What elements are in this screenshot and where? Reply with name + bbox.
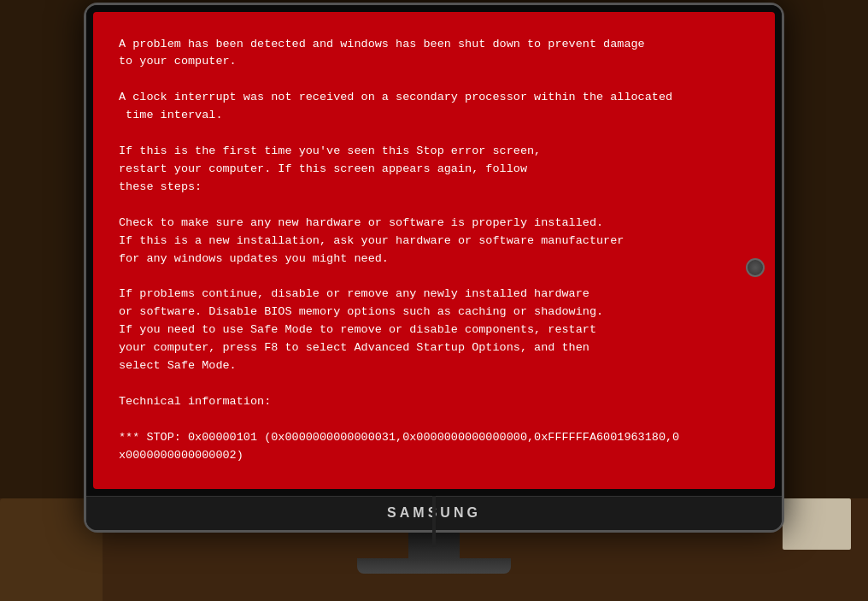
monitor-bezel: A problem has been detected and windows … [86, 5, 782, 496]
bsod-text: A problem has been detected and windows … [119, 36, 749, 465]
monitor: A problem has been detected and windows … [84, 3, 784, 533]
power-button[interactable] [746, 258, 765, 277]
monitor-cable [432, 496, 436, 547]
desk-item-right [783, 498, 851, 550]
bsod-screen: A problem has been detected and windows … [93, 12, 775, 489]
monitor-stand-base [357, 558, 511, 574]
